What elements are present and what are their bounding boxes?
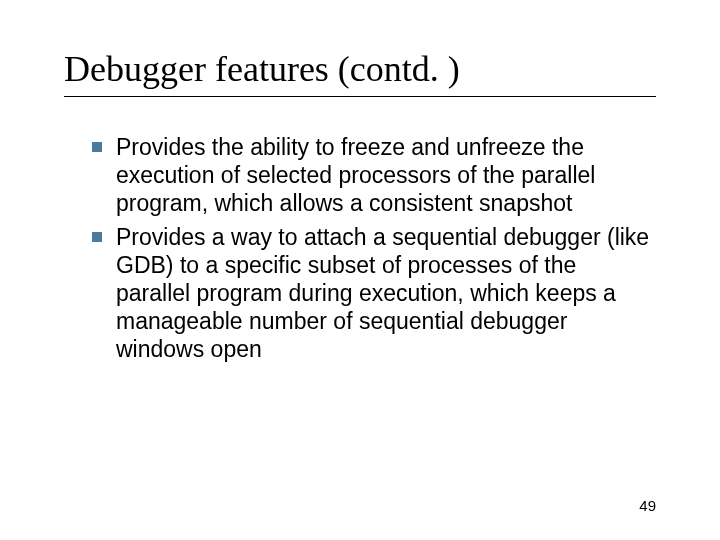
bullet-text: Provides a way to attach a sequential de… xyxy=(116,224,649,362)
list-item: Provides a way to attach a sequential de… xyxy=(92,223,656,363)
square-bullet-icon xyxy=(92,142,102,152)
title-underline xyxy=(64,96,656,97)
bullet-list: Provides the ability to freeze and unfre… xyxy=(64,133,656,363)
page-number: 49 xyxy=(639,497,656,514)
slide-title: Debugger features (contd. ) xyxy=(64,48,656,90)
list-item: Provides the ability to freeze and unfre… xyxy=(92,133,656,217)
square-bullet-icon xyxy=(92,232,102,242)
bullet-text: Provides the ability to freeze and unfre… xyxy=(116,134,595,216)
slide: Debugger features (contd. ) Provides the… xyxy=(0,0,720,540)
